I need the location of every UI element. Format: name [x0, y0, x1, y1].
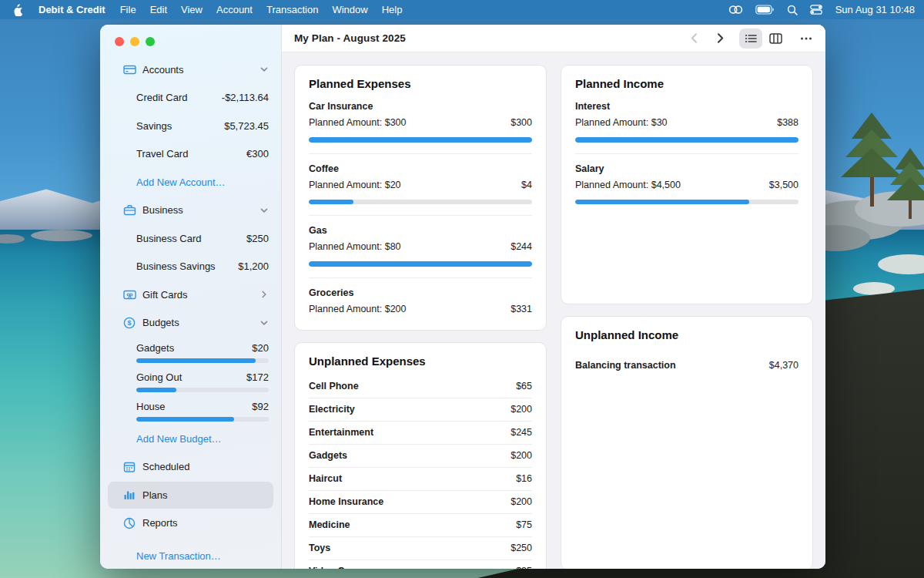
chevron-down-icon[interactable] — [259, 65, 269, 74]
item-name: Coffee — [309, 163, 532, 174]
sidebar-section-label: Gift Cards — [142, 289, 259, 301]
list-view-button[interactable] — [739, 29, 762, 49]
unplanned-expense-row[interactable]: Toys $250 — [309, 536, 532, 560]
item-amount: $35 — [516, 566, 532, 569]
unplanned-income-card: Unplanned Income Balancing transaction $… — [561, 316, 813, 569]
actual-amount: $388 — [777, 117, 798, 128]
account-name: Travel Card — [136, 148, 246, 160]
sidebar-budget-row[interactable]: Gadgets $20 — [100, 337, 281, 366]
business-account-list: Business Card $250 Business Savings $1,2… — [100, 224, 281, 281]
screen-mirroring-icon[interactable] — [725, 5, 747, 15]
account-name: Business Card — [136, 233, 246, 244]
item-name: Balancing transaction — [575, 360, 676, 371]
sidebar-item-plans[interactable]: Plans — [100, 481, 281, 509]
unplanned-expense-row[interactable]: Gadgets $200 — [309, 444, 532, 467]
zoom-window-button[interactable] — [146, 37, 155, 46]
new-transaction-link[interactable]: New Transaction… — [100, 542, 281, 569]
progress-track — [309, 137, 532, 143]
planned-amount-label: Planned Amount: $200 — [309, 304, 407, 314]
unplanned-expense-row[interactable]: Video Games $35 — [309, 560, 532, 570]
actual-amount: $331 — [511, 304, 532, 314]
sidebar-account-row[interactable]: Savings $5,723.45 — [100, 112, 281, 140]
unplanned-expense-row[interactable]: Electricity $200 — [309, 398, 532, 421]
account-balance: €300 — [246, 148, 269, 160]
actual-amount: $300 — [511, 117, 532, 128]
sidebar-item-reports[interactable]: Reports — [100, 509, 281, 538]
unplanned-expense-row[interactable]: Entertainment $245 — [309, 421, 532, 444]
sidebar-section-business[interactable]: Business — [100, 197, 281, 225]
actual-amount: $3,500 — [769, 180, 798, 190]
menu-item[interactable]: Account — [209, 4, 259, 15]
planned-expense-item[interactable]: Car Insurance Planned Amount: $300 $300 — [309, 92, 532, 153]
control-center-icon[interactable] — [806, 5, 826, 15]
sidebar-section-accounts[interactable]: Accounts — [100, 55, 281, 84]
budget-list: Gadgets $20 Going Out $172 — [100, 337, 281, 425]
menu-item[interactable]: File — [113, 4, 143, 15]
add-new-budget-link[interactable]: Add New Budget… — [100, 425, 281, 453]
page-title: My Plan - August 2025 — [294, 32, 406, 44]
menu-item[interactable]: View — [174, 4, 209, 15]
sidebar-section-label: Business — [142, 204, 259, 216]
item-name: Video Games — [309, 566, 370, 569]
chevron-down-icon[interactable] — [259, 206, 269, 215]
sidebar-account-row[interactable]: Travel Card €300 — [100, 140, 281, 169]
menu-bar: Debit & Credit FileEditViewAccountTransa… — [0, 0, 924, 19]
unplanned-expense-row[interactable]: Cell Phone $65 — [309, 375, 532, 398]
menu-item[interactable]: Window — [325, 4, 374, 15]
sidebar-budget-row[interactable]: House $92 — [100, 395, 281, 425]
sidebar-account-row[interactable]: Credit Card -$2,113.64 — [100, 84, 281, 113]
sidebar-budget-row[interactable]: Going Out $172 — [100, 366, 281, 395]
sidebar-account-row[interactable]: Business Card $250 — [100, 224, 281, 253]
budget-progress-track — [136, 417, 269, 422]
right-column: Planned Income Interest Planned Amount: … — [561, 65, 813, 569]
item-name: Entertainment — [309, 427, 373, 438]
briefcase-icon — [123, 204, 136, 216]
svg-text:$: $ — [127, 319, 131, 327]
add-new-account-link[interactable]: Add New Account… — [100, 168, 281, 197]
back-button[interactable] — [682, 29, 705, 49]
planned-expense-item[interactable]: Gas Planned Amount: $80 $244 — [309, 215, 532, 277]
chevron-down-icon[interactable] — [259, 318, 269, 328]
spotlight-search-icon[interactable] — [783, 5, 802, 15]
unplanned-expense-row[interactable]: Home Insurance $200 — [309, 490, 532, 513]
sidebar-section-label: Accounts — [142, 64, 259, 76]
item-name: Interest — [575, 101, 798, 112]
battery-icon[interactable] — [752, 5, 778, 15]
actual-amount: $244 — [511, 241, 532, 252]
unplanned-expense-row[interactable]: Haircut $16 — [309, 467, 532, 490]
menu-bar-clock[interactable]: Sun Aug 31 10:48 — [831, 4, 915, 15]
item-amount: $200 — [511, 404, 532, 415]
planned-income-item[interactable]: Salary Planned Amount: $4,500 $3,500 — [575, 153, 798, 216]
minimize-window-button[interactable] — [130, 37, 139, 46]
calendar-icon — [123, 461, 136, 473]
planned-income-item[interactable]: Interest Planned Amount: $30 $388 — [575, 92, 798, 153]
sidebar-section-gift-cards[interactable]: Gift Cards — [100, 281, 281, 309]
unplanned-income-row[interactable]: Balancing transaction $4,370 — [575, 354, 798, 376]
menu-item[interactable]: Transaction — [259, 4, 325, 15]
planned-amount-label: Planned Amount: $30 — [575, 117, 668, 128]
planned-amount-label: Planned Amount: $20 — [309, 180, 401, 190]
account-balance: $250 — [246, 233, 269, 244]
close-window-button[interactable] — [115, 37, 124, 46]
planned-expense-item[interactable]: Groceries Planned Amount: $200 $331 — [309, 277, 532, 327]
sidebar-account-row[interactable]: Business Savings $1,200 — [100, 253, 281, 281]
sidebar-item-label: Reports — [142, 517, 269, 529]
progress-fill — [309, 261, 532, 267]
chevron-right-icon[interactable] — [259, 290, 269, 299]
column-view-button[interactable] — [764, 29, 787, 49]
menu-item[interactable]: Help — [375, 4, 410, 15]
sidebar-item-scheduled[interactable]: Scheduled — [100, 453, 281, 482]
forward-button[interactable] — [708, 29, 732, 49]
sidebar-item-label: Plans — [142, 489, 269, 501]
item-name: Medicine — [309, 519, 350, 530]
planned-expense-item[interactable]: Coffee Planned Amount: $20 $4 — [309, 153, 532, 216]
sidebar-section-budgets[interactable]: $ Budgets — [100, 309, 281, 338]
budget-progress-fill — [136, 417, 234, 422]
menu-item[interactable]: Edit — [143, 4, 174, 15]
more-options-button[interactable] — [795, 29, 818, 49]
active-app-name[interactable]: Debit & Credit — [31, 4, 113, 15]
main-panel: My Plan - August 2025 — [282, 25, 825, 569]
unplanned-expense-row[interactable]: Medicine $75 — [309, 513, 532, 536]
planned-amount-label: Planned Amount: $80 — [309, 241, 401, 252]
apple-menu-icon[interactable] — [0, 4, 31, 16]
